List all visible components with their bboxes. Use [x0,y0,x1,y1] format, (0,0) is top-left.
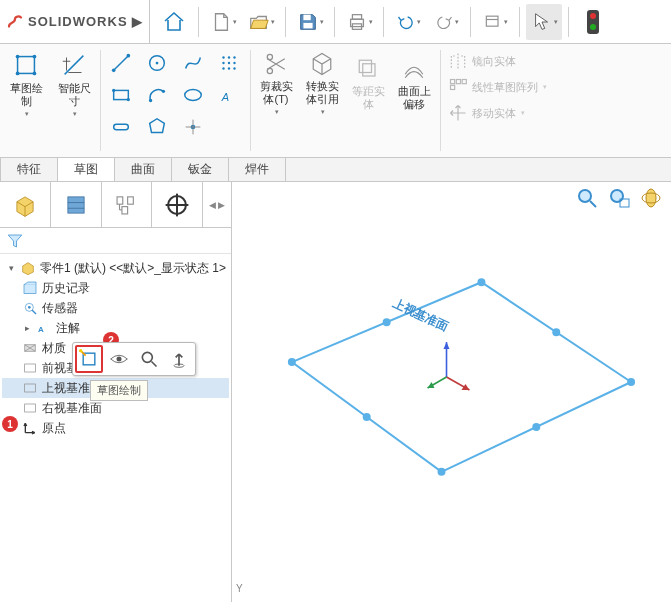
sketch-button[interactable]: 草图绘 制▾ [4,48,48,120]
linear-pattern-button[interactable]: 线性草图阵列▾ [444,74,551,100]
context-sketch-button[interactable] [75,345,103,373]
svg-point-72 [142,352,152,362]
grid-snap-tool[interactable] [212,48,246,78]
offset-entities-button[interactable]: 等距实 体 [346,48,390,118]
tree-root[interactable]: ▾ 零件1 (默认) <<默认>_显示状态 1> [2,258,229,278]
save-button[interactable]: ▾ [292,4,328,40]
undo-button[interactable]: ▾ [390,4,426,40]
graphics-viewport[interactable]: 上视基准面 Y [232,182,671,602]
context-zoom-button[interactable] [135,345,163,373]
traffic-light-icon[interactable] [575,4,611,40]
context-show-button[interactable] [105,345,133,373]
zoom-fit-icon[interactable] [575,186,599,210]
panel-tab-config[interactable] [102,182,153,227]
arc-tool[interactable] [140,80,174,110]
svg-point-18 [156,62,159,65]
mirror-entities-button[interactable]: 镜向实体 [444,48,520,74]
tree-history[interactable]: 历史记录 [2,278,229,298]
tree-root-label: 零件1 (默认) <<默认>_显示状态 1> [40,260,226,277]
print-button[interactable]: ▾ [341,4,377,40]
svg-rect-68 [25,404,36,412]
panel-tab-dimxpert[interactable] [152,182,203,227]
svg-rect-42 [359,60,371,72]
collapse-icon[interactable]: ▾ [6,263,16,273]
rectangle-tool[interactable] [104,80,138,110]
svg-point-84 [627,378,635,386]
tree-sensors[interactable]: 传感器 [2,298,229,318]
zoom-area-icon[interactable] [607,186,631,210]
ribbon-group-draw: A [100,44,250,157]
select-button[interactable]: ▾ [526,4,562,40]
convert-entities-button[interactable]: 转换实 体引用▾ [300,48,344,118]
svg-text:A: A [38,325,44,334]
svg-marker-36 [150,119,165,133]
svg-line-73 [152,362,157,367]
context-normal-to-button[interactable] [165,345,193,373]
panel-tab-property[interactable] [51,182,102,227]
line-tool[interactable] [104,48,138,78]
app-logo[interactable]: SOLIDWORKS ▶ [0,0,150,44]
svg-point-61 [28,306,31,309]
separator [198,7,199,37]
smart-dimension-button[interactable]: 智能尺 寸▾ [52,48,96,120]
plane-label: 上视基准面 [389,296,450,334]
svg-point-8 [590,13,596,19]
svg-rect-48 [68,196,84,212]
tab-sheetmetal[interactable]: 钣金 [171,157,229,181]
tab-surface[interactable]: 曲面 [114,157,172,181]
svg-point-15 [112,69,116,73]
svg-text:A: A [221,91,229,103]
svg-point-86 [383,318,391,326]
tab-features[interactable]: 特征 [0,157,58,181]
panel-tab-pager[interactable]: ◀ ▶ [203,182,231,227]
svg-line-76 [590,201,596,207]
svg-point-20 [228,56,230,58]
svg-point-23 [228,62,230,64]
separator [519,7,520,37]
redo-button[interactable]: ▾ [428,4,464,40]
tab-weldment[interactable]: 焊件 [228,157,286,181]
panel-tab-feature-tree[interactable] [0,182,51,227]
offset-on-surface-button[interactable]: 曲面上 偏移 [392,48,436,118]
svg-point-71 [117,357,122,362]
separator [568,7,569,37]
tab-sketch[interactable]: 草图 [57,157,115,181]
app-brand-text: SOLIDWORKS [28,14,128,29]
separator [285,7,286,37]
panel-tab-strip: ◀ ▶ [0,182,231,228]
svg-rect-0 [303,14,310,20]
trim-button[interactable]: 剪裁实 体(T)▾ [254,48,298,118]
point-tool[interactable] [176,112,210,142]
svg-rect-66 [25,364,36,372]
open-button[interactable]: ▾ [243,4,279,40]
move-entities-button[interactable]: 移动实体▾ [444,100,529,126]
circle-tool[interactable] [140,48,174,78]
slot-tool[interactable] [104,112,138,142]
context-tooltip: 草图绘制 [90,380,148,401]
tree-filter[interactable] [0,228,231,254]
svg-point-12 [33,55,37,59]
svg-marker-81 [292,282,631,472]
svg-point-9 [590,24,596,30]
spline-tool[interactable] [176,48,210,78]
tree-right-plane[interactable]: 右视基准面 [2,398,229,418]
chevron-down-icon[interactable]: ▶ [132,14,143,29]
appearance-icon[interactable] [639,186,663,210]
svg-point-22 [222,62,224,64]
text-tool[interactable]: A [212,80,246,110]
expand-icon[interactable]: ▸ [22,323,32,333]
svg-rect-1 [303,22,312,27]
svg-point-13 [16,72,20,76]
view-heads-up-toolbar [575,186,663,210]
ellipse-tool[interactable] [176,80,210,110]
options-button[interactable]: ▾ [477,4,513,40]
svg-point-14 [33,72,37,76]
svg-rect-59 [24,285,36,294]
svg-point-41 [267,68,272,73]
svg-point-26 [228,67,230,69]
new-button[interactable]: ▾ [205,4,241,40]
home-button[interactable] [156,4,192,40]
polygon-tool[interactable] [140,112,174,142]
svg-point-11 [16,55,20,59]
tree-origin[interactable]: 原点 [2,418,229,438]
